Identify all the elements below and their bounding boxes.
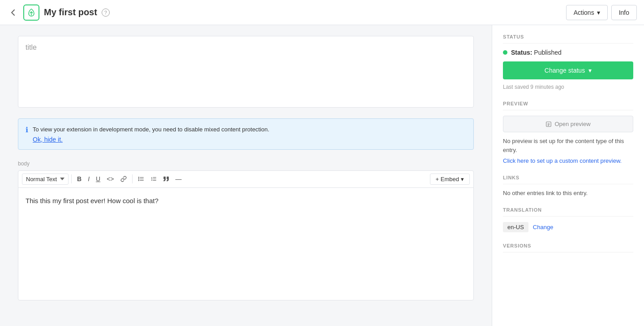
ordered-list-button[interactable] [148, 174, 159, 184]
toolbar-separator-2 [132, 174, 133, 183]
title-section: title [18, 36, 474, 108]
editor-area: title ℹ To view your extension in develo… [0, 25, 492, 326]
info-banner: ℹ To view your extension in development … [18, 118, 474, 150]
quote-button[interactable] [160, 174, 172, 184]
back-button[interactable] [7, 7, 19, 18]
editor-container: Normal Text Heading 1 Heading 2 Heading … [18, 170, 474, 300]
info-banner-text: To view your extension in development mo… [33, 126, 269, 133]
underline-button[interactable]: U [93, 174, 103, 184]
info-button[interactable]: Info [611, 5, 637, 20]
main-layout: title ℹ To view your extension in develo… [0, 25, 644, 326]
preview-section: PREVIEW Open preview No preview is set u… [503, 101, 633, 164]
status-text: Status: Published [511, 49, 562, 56]
link-button[interactable] [118, 174, 129, 184]
logo-icon [23, 4, 39, 21]
body-section: body Normal Text Heading 1 Heading 2 Hea… [18, 161, 474, 300]
translation-row: en-US Change [503, 222, 633, 232]
status-dot [503, 50, 507, 55]
editor-toolbar: Normal Text Heading 1 Heading 2 Heading … [18, 171, 473, 188]
hide-banner-link[interactable]: Ok, hide it. [33, 136, 269, 143]
editor-body[interactable]: This this my first post ever! How cool i… [18, 188, 473, 300]
title-field[interactable]: title [18, 36, 474, 108]
embed-button[interactable]: + Embed ▾ [430, 174, 470, 185]
body-label: body [18, 161, 474, 167]
body-content: This this my first post ever! How cool i… [26, 197, 159, 204]
header-left: My first post ? [7, 4, 110, 21]
info-banner-icon: ℹ [26, 126, 28, 134]
status-section: STATUS Status: Published Change status ▾… [503, 34, 633, 90]
open-preview-button[interactable]: Open preview [503, 116, 633, 132]
status-section-title: STATUS [503, 34, 633, 43]
svg-point-5 [138, 180, 139, 181]
hr-button[interactable]: — [173, 174, 185, 184]
change-language-link[interactable]: Change [533, 224, 554, 230]
versions-section: VERSIONS [503, 243, 633, 252]
help-icon[interactable]: ? [102, 9, 110, 17]
last-saved-text: Last saved 9 minutes ago [503, 84, 633, 90]
language-badge: en-US [503, 222, 528, 232]
change-status-button[interactable]: Change status ▾ [503, 61, 633, 79]
info-banner-content: To view your extension in development mo… [33, 125, 269, 143]
title-placeholder: title [26, 43, 37, 51]
preview-note: No preview is set up for the content typ… [503, 137, 633, 154]
svg-point-3 [138, 177, 139, 178]
links-section-title: LINKS [503, 175, 633, 184]
header: My first post ? Actions ▾ Info [0, 0, 644, 25]
code-button[interactable]: <> [104, 174, 116, 184]
status-row: Status: Published [503, 49, 633, 56]
format-select[interactable]: Normal Text Heading 1 Heading 2 Heading … [22, 174, 69, 185]
translation-section: TRANSLATION en-US Change [503, 207, 633, 232]
page-title: My first post [44, 7, 97, 17]
sidebar: STATUS Status: Published Change status ▾… [492, 25, 644, 326]
links-section: LINKS No other entries link to this entr… [503, 175, 633, 196]
toolbar-separator-1 [71, 174, 72, 183]
links-note: No other entries link to this entry. [503, 190, 633, 196]
bullet-list-button[interactable] [135, 174, 147, 184]
bold-button[interactable]: B [74, 174, 84, 184]
italic-button[interactable]: I [85, 174, 92, 184]
svg-point-4 [138, 178, 139, 179]
actions-button[interactable]: Actions ▾ [566, 5, 608, 20]
translation-section-title: TRANSLATION [503, 207, 633, 217]
preview-section-title: PREVIEW [503, 101, 633, 110]
header-right: Actions ▾ Info [566, 5, 637, 20]
setup-preview-link[interactable]: Click here to set up a custom content pr… [503, 157, 622, 164]
versions-section-title: VERSIONS [503, 243, 633, 252]
